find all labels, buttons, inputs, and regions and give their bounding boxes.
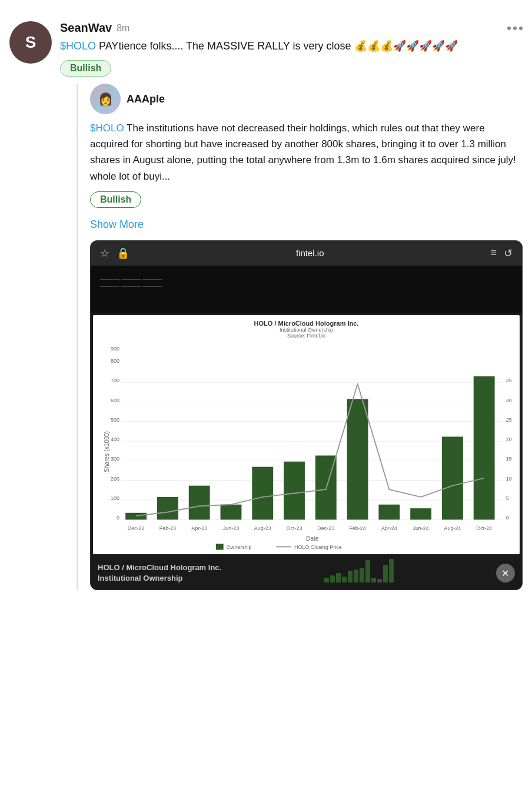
svg-text:800: 800	[111, 358, 119, 364]
svg-text:700: 700	[111, 378, 119, 383]
svg-text:Feb-24: Feb-24	[349, 525, 365, 531]
svg-text:300: 300	[111, 456, 119, 462]
svg-rect-25	[347, 399, 368, 519]
svg-text:5: 5	[506, 495, 509, 501]
svg-text:Jun-23: Jun-23	[223, 525, 239, 531]
dot	[519, 27, 523, 30]
svg-text:30: 30	[506, 397, 512, 403]
chart-subtitle1: Institutional Ownership	[95, 327, 517, 333]
svg-text:Ownership: Ownership	[227, 544, 252, 550]
post-header: SeanWav 8m	[60, 21, 523, 35]
svg-text:Aug-24: Aug-24	[444, 525, 461, 531]
svg-rect-19	[157, 497, 178, 519]
close-chart-button[interactable]: ✕	[496, 564, 515, 582]
svg-text:Oct-24: Oct-24	[476, 525, 492, 531]
svg-text:400: 400	[111, 436, 119, 442]
svg-rect-28	[442, 436, 463, 519]
svg-text:Oct-23: Oct-23	[287, 525, 302, 531]
svg-text:35: 35	[506, 378, 512, 383]
svg-text:0: 0	[506, 515, 509, 521]
svg-text:Date: Date	[306, 535, 319, 542]
more-options-button[interactable]	[507, 27, 523, 30]
post-body: SeanWav 8m $HOLO PAYtience folks.... The…	[60, 21, 523, 590]
chart-svg: Shares (x1000) 0 100 200 300 400 500 600…	[95, 339, 517, 550]
svg-text:20: 20	[506, 436, 512, 442]
svg-rect-21	[221, 504, 242, 519]
browser-toolbar: ☆ 🔒 fintel.io ≡ ↺	[91, 241, 522, 266]
star-icon[interactable]: ☆	[100, 247, 109, 260]
chart-footer: HOLO / MicroCloud Hologram Inc. Institut…	[91, 557, 522, 590]
reply-username: AAAple	[127, 93, 165, 105]
reply-ticker-link[interactable]: $HOLO	[90, 123, 124, 134]
refresh-icon[interactable]: ↺	[504, 247, 513, 260]
reply-avatar: 👩	[90, 84, 121, 114]
svg-text:25: 25	[506, 417, 512, 423]
svg-text:Dec-22: Dec-22	[128, 525, 145, 531]
chart-dark-area: ——— ——— —————— ——— ———	[91, 266, 522, 313]
sentiment-badge-bullish[interactable]: Bullish	[60, 60, 111, 77]
post-timestamp: 8m	[117, 23, 129, 34]
avatar: S	[9, 21, 52, 64]
dot	[513, 27, 517, 30]
browser-frame: ☆ 🔒 fintel.io ≡ ↺ ——— ——— —————— ——— ———	[90, 240, 523, 591]
svg-text:Dec-23: Dec-23	[317, 525, 334, 531]
svg-rect-27	[410, 508, 431, 519]
nested-reply: 👩 AAAple $HOLO The institutions have not…	[77, 84, 523, 590]
mini-chart-preview	[322, 561, 396, 585]
svg-text:0: 0	[117, 515, 119, 521]
svg-text:15: 15	[506, 456, 512, 462]
chart-subtitle2: Source: Fintel.io	[95, 333, 517, 339]
main-post: S SeanWav 8m $HOLO PAYtience folks.... T…	[9, 12, 523, 600]
post-text: $HOLO PAYtience folks.... The MASSIVE RA…	[60, 38, 523, 54]
svg-text:Feb-23: Feb-23	[159, 525, 176, 531]
post-username: SeanWav	[60, 21, 112, 35]
dot	[507, 27, 511, 30]
chart-wrapper: HOLO / MicroCloud Hologram Inc. Institut…	[93, 315, 520, 555]
lock-icon: 🔒	[117, 247, 129, 260]
reply-sentiment-badge[interactable]: Bullish	[90, 191, 141, 208]
svg-rect-20	[189, 485, 210, 519]
svg-text:500: 500	[111, 417, 119, 423]
svg-text:200: 200	[111, 475, 119, 481]
show-more-button[interactable]: Show More	[90, 219, 523, 231]
ticker-link-holo[interactable]: $HOLO	[60, 40, 96, 52]
svg-text:Aug-23: Aug-23	[254, 525, 271, 531]
svg-text:Apr-24: Apr-24	[381, 525, 397, 531]
svg-rect-23	[284, 461, 305, 519]
reply-text: $HOLO The institutions have not decrease…	[90, 120, 523, 184]
svg-text:900: 900	[111, 346, 119, 352]
svg-text:100: 100	[111, 495, 119, 501]
svg-text:600: 600	[111, 397, 119, 403]
chart-title: HOLO / MicroCloud Hologram Inc.	[95, 320, 517, 327]
y-axis-label: Shares (x1000)	[104, 431, 110, 472]
svg-text:Jun-24: Jun-24	[413, 525, 428, 531]
svg-rect-29	[474, 376, 495, 519]
reply-header: 👩 AAAple	[90, 84, 523, 114]
svg-text:10: 10	[506, 475, 512, 481]
svg-text:HOLO Closing Price: HOLO Closing Price	[294, 544, 342, 550]
svg-rect-22	[252, 466, 273, 519]
svg-rect-26	[378, 504, 400, 519]
svg-rect-18	[125, 513, 147, 520]
svg-text:Apr-23: Apr-23	[191, 525, 207, 531]
svg-rect-51	[216, 544, 224, 550]
chart-footer-text: HOLO / MicroCloud Hologram Inc. Institut…	[98, 562, 221, 584]
menu-icon[interactable]: ≡	[490, 247, 497, 259]
browser-url: fintel.io	[129, 248, 490, 258]
